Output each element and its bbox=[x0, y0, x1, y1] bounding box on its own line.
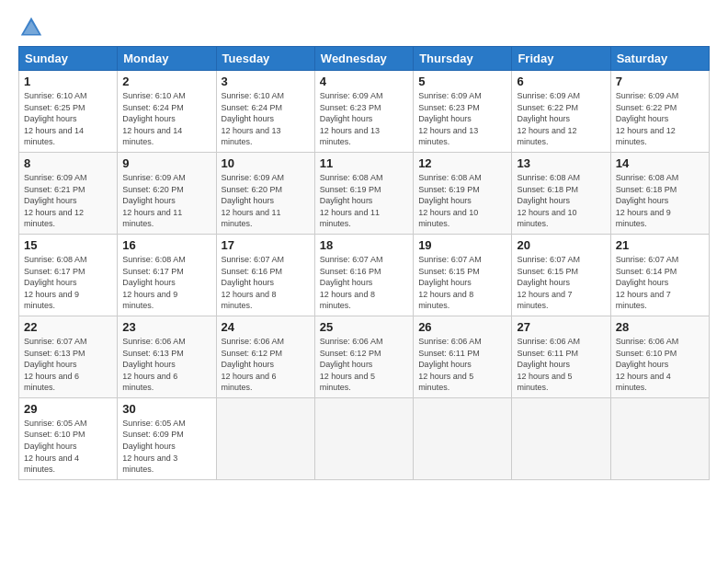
calendar-header-row: SundayMondayTuesdayWednesdayThursdayFrid… bbox=[19, 47, 710, 71]
calendar-cell-day-10: 10 Sunrise: 6:09 AMSunset: 6:20 PMDaylig… bbox=[216, 152, 314, 234]
calendar-week-3: 15 Sunrise: 6:08 AMSunset: 6:17 PMDaylig… bbox=[19, 234, 710, 316]
day-info: Sunrise: 6:07 AMSunset: 6:16 PMDaylight … bbox=[222, 255, 285, 310]
day-info: Sunrise: 6:08 AMSunset: 6:19 PMDaylight … bbox=[418, 173, 482, 228]
calendar-cell-day-9: 9 Sunrise: 6:09 AMSunset: 6:20 PMDayligh… bbox=[118, 152, 216, 234]
calendar-cell-day-4: 4 Sunrise: 6:09 AMSunset: 6:23 PMDayligh… bbox=[314, 71, 413, 153]
day-number: 5 bbox=[418, 75, 506, 88]
calendar-header-saturday: Saturday bbox=[610, 47, 709, 71]
calendar-header-thursday: Thursday bbox=[414, 47, 512, 71]
calendar-cell-day-2: 2 Sunrise: 6:10 AMSunset: 6:24 PMDayligh… bbox=[118, 71, 216, 153]
day-number: 12 bbox=[418, 156, 506, 170]
calendar-cell-day-13: 13 Sunrise: 6:08 AMSunset: 6:18 PMDaylig… bbox=[512, 152, 610, 234]
calendar-header-friday: Friday bbox=[512, 47, 610, 71]
day-info: Sunrise: 6:08 AMSunset: 6:18 PMDaylight … bbox=[616, 173, 679, 228]
day-number: 24 bbox=[222, 320, 310, 334]
day-info: Sunrise: 6:09 AMSunset: 6:22 PMDaylight … bbox=[616, 91, 679, 146]
day-number: 2 bbox=[122, 75, 210, 88]
day-number: 19 bbox=[418, 238, 506, 252]
calendar-cell-day-7: 7 Sunrise: 6:09 AMSunset: 6:22 PMDayligh… bbox=[610, 71, 709, 153]
header bbox=[18, 15, 710, 40]
day-number: 3 bbox=[222, 75, 310, 88]
day-number: 6 bbox=[517, 75, 605, 88]
calendar-week-5: 29 Sunrise: 6:05 AMSunset: 6:10 PMDaylig… bbox=[19, 397, 710, 479]
calendar-cell-empty bbox=[610, 397, 709, 479]
calendar-cell-day-29: 29 Sunrise: 6:05 AMSunset: 6:10 PMDaylig… bbox=[19, 397, 118, 479]
day-number: 10 bbox=[222, 156, 310, 170]
day-number: 14 bbox=[616, 156, 704, 170]
day-number: 21 bbox=[616, 238, 704, 252]
day-info: Sunrise: 6:08 AMSunset: 6:17 PMDaylight … bbox=[24, 255, 87, 310]
calendar-cell-day-21: 21 Sunrise: 6:07 AMSunset: 6:14 PMDaylig… bbox=[610, 234, 709, 316]
calendar-header-monday: Monday bbox=[118, 47, 216, 71]
page-container: SundayMondayTuesdayWednesdayThursdayFrid… bbox=[0, 0, 728, 489]
calendar-week-2: 8 Sunrise: 6:09 AMSunset: 6:21 PMDayligh… bbox=[19, 152, 710, 234]
calendar-week-4: 22 Sunrise: 6:07 AMSunset: 6:13 PMDaylig… bbox=[19, 316, 710, 397]
day-info: Sunrise: 6:07 AMSunset: 6:15 PMDaylight … bbox=[418, 255, 482, 310]
calendar-cell-day-17: 17 Sunrise: 6:07 AMSunset: 6:16 PMDaylig… bbox=[216, 234, 314, 316]
calendar-cell-day-11: 11 Sunrise: 6:08 AMSunset: 6:19 PMDaylig… bbox=[314, 152, 413, 234]
logo-icon bbox=[18, 15, 44, 40]
day-info: Sunrise: 6:06 AMSunset: 6:11 PMDaylight … bbox=[418, 337, 482, 392]
day-info: Sunrise: 6:07 AMSunset: 6:15 PMDaylight … bbox=[517, 255, 580, 310]
day-info: Sunrise: 6:08 AMSunset: 6:17 PMDaylight … bbox=[122, 255, 186, 310]
day-number: 20 bbox=[517, 238, 605, 252]
day-number: 26 bbox=[418, 320, 506, 334]
day-info: Sunrise: 6:06 AMSunset: 6:10 PMDaylight … bbox=[616, 337, 679, 392]
calendar-cell-empty bbox=[314, 397, 413, 479]
calendar-cell-day-20: 20 Sunrise: 6:07 AMSunset: 6:15 PMDaylig… bbox=[512, 234, 610, 316]
calendar-cell-empty bbox=[414, 397, 512, 479]
day-number: 28 bbox=[616, 320, 704, 334]
day-number: 4 bbox=[320, 75, 408, 88]
day-info: Sunrise: 6:05 AMSunset: 6:10 PMDaylight … bbox=[24, 419, 87, 474]
day-info: Sunrise: 6:06 AMSunset: 6:11 PMDaylight … bbox=[517, 337, 580, 392]
calendar-cell-day-6: 6 Sunrise: 6:09 AMSunset: 6:22 PMDayligh… bbox=[512, 71, 610, 153]
day-info: Sunrise: 6:09 AMSunset: 6:22 PMDaylight … bbox=[517, 91, 580, 146]
day-info: Sunrise: 6:09 AMSunset: 6:20 PMDaylight … bbox=[122, 173, 186, 228]
day-number: 25 bbox=[320, 320, 408, 334]
calendar-cell-day-30: 30 Sunrise: 6:05 AMSunset: 6:09 PMDaylig… bbox=[118, 397, 216, 479]
day-number: 23 bbox=[122, 320, 210, 334]
day-info: Sunrise: 6:07 AMSunset: 6:16 PMDaylight … bbox=[320, 255, 383, 310]
day-info: Sunrise: 6:10 AMSunset: 6:24 PMDaylight … bbox=[222, 91, 285, 146]
calendar-week-1: 1 Sunrise: 6:10 AMSunset: 6:25 PMDayligh… bbox=[19, 71, 710, 153]
calendar-table: SundayMondayTuesdayWednesdayThursdayFrid… bbox=[18, 46, 710, 480]
calendar-cell-day-25: 25 Sunrise: 6:06 AMSunset: 6:12 PMDaylig… bbox=[314, 316, 413, 397]
calendar-header-sunday: Sunday bbox=[19, 47, 118, 71]
calendar-cell-day-24: 24 Sunrise: 6:06 AMSunset: 6:12 PMDaylig… bbox=[216, 316, 314, 397]
day-number: 1 bbox=[24, 75, 112, 88]
calendar-cell-empty bbox=[512, 397, 610, 479]
day-number: 17 bbox=[222, 238, 310, 252]
day-info: Sunrise: 6:05 AMSunset: 6:09 PMDaylight … bbox=[122, 419, 186, 474]
calendar-cell-day-22: 22 Sunrise: 6:07 AMSunset: 6:13 PMDaylig… bbox=[19, 316, 118, 397]
calendar-cell-day-27: 27 Sunrise: 6:06 AMSunset: 6:11 PMDaylig… bbox=[512, 316, 610, 397]
day-number: 8 bbox=[24, 156, 112, 170]
calendar-header-tuesday: Tuesday bbox=[216, 47, 314, 71]
day-number: 30 bbox=[122, 402, 210, 416]
day-info: Sunrise: 6:07 AMSunset: 6:13 PMDaylight … bbox=[24, 337, 87, 392]
calendar-cell-day-3: 3 Sunrise: 6:10 AMSunset: 6:24 PMDayligh… bbox=[216, 71, 314, 153]
calendar-cell-day-19: 19 Sunrise: 6:07 AMSunset: 6:15 PMDaylig… bbox=[414, 234, 512, 316]
day-info: Sunrise: 6:10 AMSunset: 6:25 PMDaylight … bbox=[24, 91, 87, 146]
day-info: Sunrise: 6:08 AMSunset: 6:19 PMDaylight … bbox=[320, 173, 383, 228]
calendar-header-wednesday: Wednesday bbox=[314, 47, 413, 71]
day-number: 7 bbox=[616, 75, 704, 88]
calendar-cell-day-16: 16 Sunrise: 6:08 AMSunset: 6:17 PMDaylig… bbox=[118, 234, 216, 316]
day-number: 27 bbox=[517, 320, 605, 334]
day-number: 16 bbox=[122, 238, 210, 252]
calendar-cell-day-15: 15 Sunrise: 6:08 AMSunset: 6:17 PMDaylig… bbox=[19, 234, 118, 316]
calendar-cell-day-26: 26 Sunrise: 6:06 AMSunset: 6:11 PMDaylig… bbox=[414, 316, 512, 397]
day-info: Sunrise: 6:09 AMSunset: 6:21 PMDaylight … bbox=[24, 173, 87, 228]
day-number: 11 bbox=[320, 156, 408, 170]
day-info: Sunrise: 6:09 AMSunset: 6:23 PMDaylight … bbox=[320, 91, 383, 146]
day-info: Sunrise: 6:07 AMSunset: 6:14 PMDaylight … bbox=[616, 255, 679, 310]
day-info: Sunrise: 6:06 AMSunset: 6:12 PMDaylight … bbox=[320, 337, 383, 392]
day-info: Sunrise: 6:10 AMSunset: 6:24 PMDaylight … bbox=[122, 91, 186, 146]
day-number: 9 bbox=[122, 156, 210, 170]
day-number: 22 bbox=[24, 320, 112, 334]
day-number: 18 bbox=[320, 238, 408, 252]
calendar-cell-day-28: 28 Sunrise: 6:06 AMSunset: 6:10 PMDaylig… bbox=[610, 316, 709, 397]
calendar-cell-day-12: 12 Sunrise: 6:08 AMSunset: 6:19 PMDaylig… bbox=[414, 152, 512, 234]
calendar-cell-day-8: 8 Sunrise: 6:09 AMSunset: 6:21 PMDayligh… bbox=[19, 152, 118, 234]
calendar-cell-day-5: 5 Sunrise: 6:09 AMSunset: 6:23 PMDayligh… bbox=[414, 71, 512, 153]
day-info: Sunrise: 6:09 AMSunset: 6:20 PMDaylight … bbox=[222, 173, 285, 228]
